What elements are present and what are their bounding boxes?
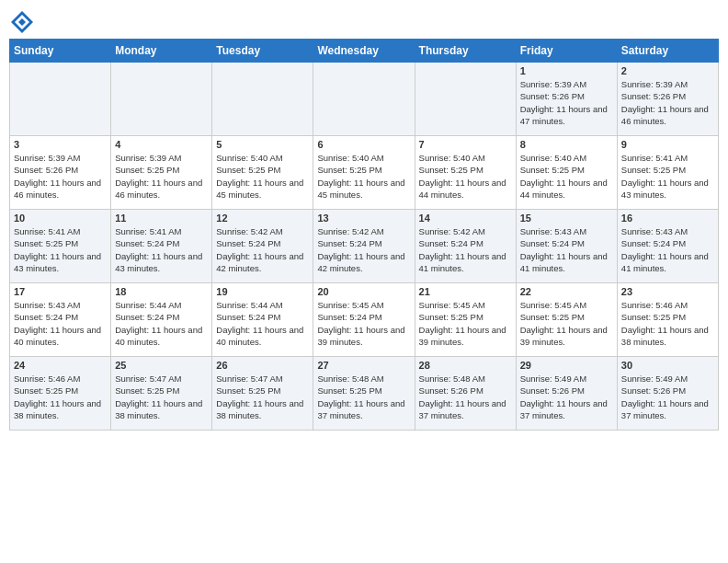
calendar-cell: 11Sunrise: 5:41 AM Sunset: 5:24 PM Dayli…: [111, 210, 212, 283]
week-row-5: 24Sunrise: 5:46 AM Sunset: 5:25 PM Dayli…: [10, 357, 719, 431]
day-info: Sunrise: 5:42 AM Sunset: 5:24 PM Dayligh…: [317, 225, 410, 274]
week-row-1: 1Sunrise: 5:39 AM Sunset: 5:26 PM Daylig…: [10, 63, 719, 136]
calendar-cell: 6Sunrise: 5:40 AM Sunset: 5:25 PM Daylig…: [313, 136, 415, 210]
day-number: 2: [621, 65, 714, 76]
calendar-cell: 21Sunrise: 5:45 AM Sunset: 5:25 PM Dayli…: [415, 283, 516, 357]
day-number: 5: [216, 139, 309, 150]
calendar-cell: 16Sunrise: 5:43 AM Sunset: 5:24 PM Dayli…: [617, 210, 718, 283]
header-cell-thursday: Thursday: [415, 40, 516, 63]
day-number: 24: [14, 360, 107, 371]
day-info: Sunrise: 5:39 AM Sunset: 5:25 PM Dayligh…: [115, 152, 208, 201]
week-row-3: 10Sunrise: 5:41 AM Sunset: 5:25 PM Dayli…: [10, 210, 719, 283]
calendar-cell: 25Sunrise: 5:47 AM Sunset: 5:25 PM Dayli…: [111, 357, 212, 431]
day-info: Sunrise: 5:45 AM Sunset: 5:25 PM Dayligh…: [419, 299, 512, 348]
header-cell-saturday: Saturday: [617, 40, 718, 63]
page-header: [9, 9, 719, 35]
day-number: 7: [419, 139, 512, 150]
day-number: 15: [520, 213, 613, 224]
day-number: 20: [317, 286, 410, 297]
header-cell-monday: Monday: [111, 40, 212, 63]
calendar-cell: 28Sunrise: 5:48 AM Sunset: 5:26 PM Dayli…: [415, 357, 516, 431]
day-number: 12: [216, 213, 309, 224]
day-info: Sunrise: 5:43 AM Sunset: 5:24 PM Dayligh…: [520, 225, 613, 274]
day-number: 6: [317, 139, 410, 150]
day-number: 3: [14, 139, 107, 150]
logo: [9, 9, 39, 35]
day-info: Sunrise: 5:41 AM Sunset: 5:25 PM Dayligh…: [14, 225, 107, 274]
calendar-table: SundayMondayTuesdayWednesdayThursdayFrid…: [9, 39, 719, 431]
day-number: 16: [621, 213, 714, 224]
calendar-cell: 17Sunrise: 5:43 AM Sunset: 5:24 PM Dayli…: [10, 283, 111, 357]
day-info: Sunrise: 5:46 AM Sunset: 5:25 PM Dayligh…: [14, 373, 107, 421]
calendar-cell: 9Sunrise: 5:41 AM Sunset: 5:25 PM Daylig…: [617, 136, 718, 210]
day-number: 22: [520, 286, 613, 297]
day-number: 8: [520, 139, 613, 150]
calendar-cell: 20Sunrise: 5:45 AM Sunset: 5:24 PM Dayli…: [313, 283, 415, 357]
day-info: Sunrise: 5:43 AM Sunset: 5:24 PM Dayligh…: [14, 299, 107, 348]
day-number: 30: [621, 360, 714, 371]
header-cell-friday: Friday: [516, 40, 617, 63]
calendar-cell: 10Sunrise: 5:41 AM Sunset: 5:25 PM Dayli…: [10, 210, 111, 283]
day-number: 19: [216, 286, 309, 297]
calendar-cell: 4Sunrise: 5:39 AM Sunset: 5:25 PM Daylig…: [111, 136, 212, 210]
week-row-2: 3Sunrise: 5:39 AM Sunset: 5:26 PM Daylig…: [10, 136, 719, 210]
day-info: Sunrise: 5:44 AM Sunset: 5:24 PM Dayligh…: [115, 299, 208, 348]
calendar-cell: 2Sunrise: 5:39 AM Sunset: 5:26 PM Daylig…: [617, 63, 718, 136]
day-number: 13: [317, 213, 410, 224]
day-number: 23: [621, 286, 714, 297]
day-info: Sunrise: 5:40 AM Sunset: 5:25 PM Dayligh…: [317, 152, 410, 201]
day-info: Sunrise: 5:48 AM Sunset: 5:26 PM Dayligh…: [419, 373, 512, 421]
day-number: 4: [115, 139, 208, 150]
calendar-cell: 8Sunrise: 5:40 AM Sunset: 5:25 PM Daylig…: [516, 136, 617, 210]
day-number: 18: [115, 286, 208, 297]
calendar-cell: [313, 63, 415, 136]
calendar-cell: 29Sunrise: 5:49 AM Sunset: 5:26 PM Dayli…: [516, 357, 617, 431]
day-number: 26: [216, 360, 309, 371]
day-number: 28: [419, 360, 512, 371]
day-info: Sunrise: 5:41 AM Sunset: 5:24 PM Dayligh…: [115, 225, 208, 274]
calendar-cell: 15Sunrise: 5:43 AM Sunset: 5:24 PM Dayli…: [516, 210, 617, 283]
calendar-cell: 7Sunrise: 5:40 AM Sunset: 5:25 PM Daylig…: [415, 136, 516, 210]
calendar-cell: 22Sunrise: 5:45 AM Sunset: 5:25 PM Dayli…: [516, 283, 617, 357]
calendar-cell: 1Sunrise: 5:39 AM Sunset: 5:26 PM Daylig…: [516, 63, 617, 136]
calendar-cell: 18Sunrise: 5:44 AM Sunset: 5:24 PM Dayli…: [111, 283, 212, 357]
day-number: 9: [621, 139, 714, 150]
day-number: 27: [317, 360, 410, 371]
day-info: Sunrise: 5:39 AM Sunset: 5:26 PM Dayligh…: [14, 152, 107, 201]
calendar-cell: 14Sunrise: 5:42 AM Sunset: 5:24 PM Dayli…: [415, 210, 516, 283]
header-cell-wednesday: Wednesday: [313, 40, 415, 63]
calendar-header: SundayMondayTuesdayWednesdayThursdayFrid…: [10, 40, 719, 63]
calendar-cell: 12Sunrise: 5:42 AM Sunset: 5:24 PM Dayli…: [212, 210, 313, 283]
calendar-body: 1Sunrise: 5:39 AM Sunset: 5:26 PM Daylig…: [10, 63, 719, 431]
calendar-cell: 5Sunrise: 5:40 AM Sunset: 5:25 PM Daylig…: [212, 136, 313, 210]
day-info: Sunrise: 5:42 AM Sunset: 5:24 PM Dayligh…: [419, 225, 512, 274]
day-info: Sunrise: 5:40 AM Sunset: 5:25 PM Dayligh…: [419, 152, 512, 201]
calendar-cell: [10, 63, 111, 136]
calendar-cell: [212, 63, 313, 136]
day-info: Sunrise: 5:39 AM Sunset: 5:26 PM Dayligh…: [621, 78, 714, 127]
day-number: 29: [520, 360, 613, 371]
calendar-cell: 26Sunrise: 5:47 AM Sunset: 5:25 PM Dayli…: [212, 357, 313, 431]
day-info: Sunrise: 5:41 AM Sunset: 5:25 PM Dayligh…: [621, 152, 714, 201]
day-info: Sunrise: 5:47 AM Sunset: 5:25 PM Dayligh…: [216, 373, 309, 421]
day-number: 11: [115, 213, 208, 224]
header-row: SundayMondayTuesdayWednesdayThursdayFrid…: [10, 40, 719, 63]
day-info: Sunrise: 5:45 AM Sunset: 5:25 PM Dayligh…: [520, 299, 613, 348]
day-info: Sunrise: 5:49 AM Sunset: 5:26 PM Dayligh…: [520, 373, 613, 421]
logo-icon: [9, 9, 35, 35]
day-number: 21: [419, 286, 512, 297]
calendar-cell: 23Sunrise: 5:46 AM Sunset: 5:25 PM Dayli…: [617, 283, 718, 357]
day-info: Sunrise: 5:43 AM Sunset: 5:24 PM Dayligh…: [621, 225, 714, 274]
calendar-cell: 30Sunrise: 5:49 AM Sunset: 5:26 PM Dayli…: [617, 357, 718, 431]
day-info: Sunrise: 5:45 AM Sunset: 5:24 PM Dayligh…: [317, 299, 410, 348]
header-cell-sunday: Sunday: [10, 40, 111, 63]
calendar-cell: 24Sunrise: 5:46 AM Sunset: 5:25 PM Dayli…: [10, 357, 111, 431]
day-info: Sunrise: 5:44 AM Sunset: 5:24 PM Dayligh…: [216, 299, 309, 348]
day-info: Sunrise: 5:42 AM Sunset: 5:24 PM Dayligh…: [216, 225, 309, 274]
day-info: Sunrise: 5:39 AM Sunset: 5:26 PM Dayligh…: [520, 78, 613, 127]
calendar-cell: [111, 63, 212, 136]
header-cell-tuesday: Tuesday: [212, 40, 313, 63]
day-info: Sunrise: 5:49 AM Sunset: 5:26 PM Dayligh…: [621, 373, 714, 421]
calendar-cell: [415, 63, 516, 136]
day-number: 25: [115, 360, 208, 371]
